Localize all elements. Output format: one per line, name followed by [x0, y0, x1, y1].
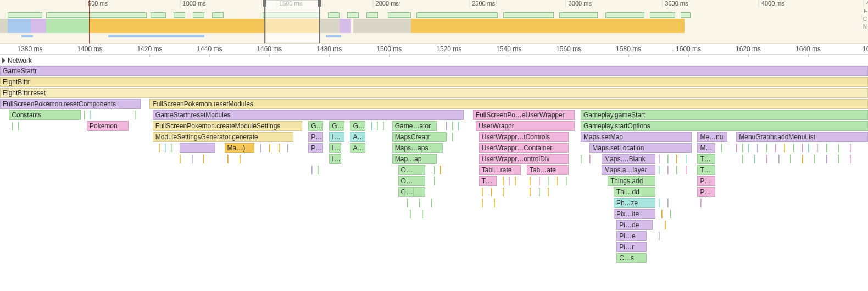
flame-sliver[interactable] [422, 188, 423, 196]
flame-sliver[interactable] [742, 144, 743, 152]
flame-sliver[interactable] [548, 188, 549, 196]
flame-sliver[interactable] [377, 122, 378, 130]
overview-time-cursor[interactable] [89, 0, 90, 43]
flame-sliver[interactable] [667, 155, 669, 163]
flame-frame[interactable]: O… [398, 187, 425, 197]
flame-frame[interactable]: MenuGraphr.addMenuList [736, 132, 868, 142]
flame-frame[interactable]: UserWrappr…tControls [479, 132, 569, 142]
flame-frame[interactable]: FullScreenPokemon.resetModules [149, 99, 868, 109]
flame-sliver[interactable] [515, 177, 516, 185]
flame-sliver[interactable] [548, 177, 549, 185]
flame-frame[interactable]: O… [398, 176, 425, 186]
flame-sliver[interactable] [440, 166, 441, 174]
flame-sliver[interactable] [778, 155, 780, 163]
flame-sliver[interactable] [736, 144, 737, 152]
flame-sliver[interactable] [260, 144, 261, 152]
flame-frame[interactable]: Maps.setMap [581, 132, 692, 142]
flame-frame[interactable]: T… [697, 154, 715, 164]
flame-sliver[interactable] [203, 155, 204, 163]
flame-sliver[interactable] [491, 188, 492, 196]
flame-frame[interactable]: EightBittr.reset [0, 88, 868, 98]
flame-frame[interactable]: UserWrappr…Container [479, 143, 569, 153]
flame-sliver[interactable] [452, 133, 453, 141]
flame-sliver[interactable] [407, 199, 408, 207]
flame-sliver[interactable] [227, 155, 229, 163]
flame-sliver[interactable] [539, 177, 540, 185]
flame-frame[interactable]: Pi…de [616, 220, 652, 230]
flame-frame[interactable]: M… [697, 143, 715, 153]
flame-sliver[interactable] [165, 144, 166, 152]
overview-viewport-window[interactable] [264, 0, 320, 43]
flame-sliver[interactable] [676, 155, 677, 163]
flame-sliver[interactable] [530, 188, 531, 196]
flame-frame[interactable]: G…r [308, 121, 323, 131]
flame-sliver[interactable] [269, 144, 270, 152]
flame-frame[interactable]: G…r [329, 121, 344, 131]
detail-ruler[interactable]: 1380 ms1400 ms1420 ms1440 ms1460 ms1480 … [0, 44, 868, 55]
flame-sliver[interactable] [434, 166, 435, 174]
flame-sliver[interactable] [413, 188, 414, 196]
flame-chart[interactable]: GameStartrEightBittrEightBittr.resetFull… [0, 66, 868, 270]
flame-frame[interactable]: ModuleSettingsGenerator.generate [153, 132, 293, 142]
flame-sliver[interactable] [667, 199, 669, 207]
flame-sliver[interactable] [431, 199, 432, 207]
flame-sliver[interactable] [721, 144, 722, 152]
flame-sliver[interactable] [171, 144, 172, 152]
flame-sliver[interactable] [494, 199, 495, 207]
flame-sliver[interactable] [192, 155, 193, 163]
flame-sliver[interactable] [482, 188, 483, 196]
flame-frame[interactable]: FullScreenPokemon.resetComponents [0, 99, 141, 109]
flame-sliver[interactable] [419, 199, 420, 207]
flame-sliver[interactable] [503, 188, 504, 196]
flame-sliver[interactable] [159, 144, 160, 152]
network-track-header[interactable]: Network [0, 55, 868, 66]
flame-sliver[interactable] [766, 144, 767, 152]
flame-sliver[interactable] [784, 144, 785, 152]
flame-frame[interactable]: EightBittr [0, 77, 868, 87]
flame-frame[interactable]: GameStartr [0, 66, 868, 76]
flame-sliver[interactable] [659, 199, 660, 207]
flame-sliver[interactable] [371, 122, 372, 130]
flame-frame[interactable]: T… [697, 165, 715, 175]
flame-frame[interactable]: C…s [616, 253, 646, 263]
flame-sliver[interactable] [700, 199, 702, 207]
flame-frame[interactable]: Tab…ate [527, 165, 569, 175]
flame-sliver[interactable] [766, 155, 767, 163]
flame-sliver[interactable] [754, 155, 755, 163]
flame-sliver[interactable] [452, 122, 453, 130]
flame-sliver[interactable] [581, 155, 582, 163]
flame-frame[interactable]: P… [697, 176, 715, 186]
flame-sliver[interactable] [775, 144, 776, 152]
flame-sliver[interactable] [318, 166, 319, 174]
flame-frame[interactable]: Pix…ite [614, 209, 655, 219]
flame-sliver[interactable] [802, 155, 803, 163]
flame-sliver[interactable] [665, 221, 666, 229]
flame-sliver[interactable] [793, 144, 794, 152]
flame-frame[interactable]: UserWrappr [476, 121, 575, 131]
flame-frame[interactable]: Game…ator [392, 121, 437, 131]
flame-sliver[interactable] [90, 111, 91, 119]
flame-frame[interactable]: Map…ap [392, 154, 437, 164]
flame-sliver[interactable] [383, 122, 384, 130]
flame-frame[interactable]: Maps.setLocation [589, 143, 691, 153]
flame-sliver[interactable] [422, 210, 423, 218]
flame-sliver[interactable] [826, 155, 827, 163]
flame-frame[interactable]: I…r [329, 132, 344, 142]
flame-sliver[interactable] [742, 155, 743, 163]
flame-sliver[interactable] [180, 155, 181, 163]
flame-frame[interactable]: FullScreenPo…eUserWrapper [473, 110, 575, 120]
flame-sliver[interactable] [748, 144, 749, 152]
flame-frame[interactable]: I… [329, 154, 341, 164]
flame-sliver[interactable] [676, 166, 677, 174]
flame-sliver[interactable] [670, 210, 671, 218]
flame-sliver[interactable] [661, 210, 663, 218]
flame-frame[interactable]: UserWrappr…ontrolDiv [479, 154, 569, 164]
flame-sliver[interactable] [434, 177, 435, 185]
flame-frame[interactable]: Constants [9, 110, 81, 120]
flame-frame[interactable]: Maps.…Blank [602, 154, 655, 164]
flame-sliver[interactable] [808, 144, 809, 152]
flame-frame[interactable]: Pokemon [87, 121, 129, 131]
flame-sliver[interactable] [659, 166, 660, 174]
flame-frame[interactable]: P… [308, 143, 323, 153]
flame-sliver[interactable] [279, 144, 280, 152]
